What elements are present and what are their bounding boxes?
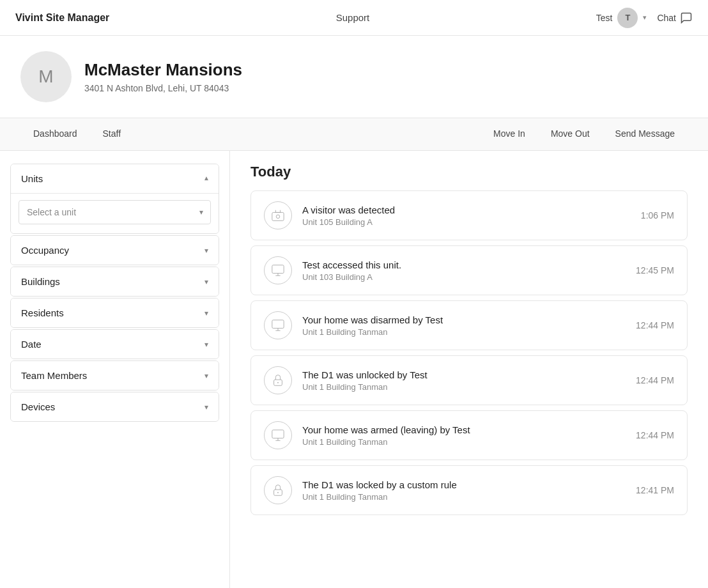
svg-point-1 xyxy=(276,215,280,219)
user-menu[interactable]: Test T ▾ xyxy=(596,8,647,28)
filter-header-date[interactable]: Date▾ xyxy=(11,330,219,359)
lock-icon xyxy=(264,476,292,504)
header: Vivint Site Manager Support Test T ▾ Cha… xyxy=(0,0,708,36)
user-name: Test xyxy=(596,13,613,23)
chevron-down-icon: ▾ xyxy=(204,403,208,412)
event-card: Your home was armed (leaving) by TestUni… xyxy=(250,410,688,460)
panel-icon xyxy=(264,311,292,339)
filter-header-residents[interactable]: Residents▾ xyxy=(11,298,219,327)
filter-label-team_members: Team Members xyxy=(21,370,87,381)
event-subtitle: Unit 1 Building Tanman xyxy=(302,327,626,337)
unit-select[interactable]: Select a unit xyxy=(19,200,211,224)
feed: Today A visitor was detectedUnit 105 Bui… xyxy=(230,151,708,588)
filter-section-occupancy: Occupancy▾ xyxy=(10,235,219,265)
event-body: Test accessed this unit.Unit 103 Buildin… xyxy=(302,259,626,282)
nav-staff[interactable]: Staff xyxy=(90,118,134,150)
svg-point-14 xyxy=(277,492,279,493)
filter-section-residents: Residents▾ xyxy=(10,298,219,328)
camera-icon xyxy=(264,201,292,229)
event-time: 12:41 PM xyxy=(636,485,674,495)
site-details: McMaster Mansions 3401 N Ashton Blvd, Le… xyxy=(84,60,242,94)
event-card: Your home was disarmed by TestUnit 1 Bui… xyxy=(250,300,688,350)
sidebar: Units▾Select a unit▾Occupancy▾Buildings▾… xyxy=(0,151,230,588)
event-body: Your home was disarmed by TestUnit 1 Bui… xyxy=(302,314,626,337)
chevron-up-icon: ▾ xyxy=(204,174,208,183)
filter-label-units: Units xyxy=(21,173,43,184)
events-list: A visitor was detectedUnit 105 Building … xyxy=(250,190,688,515)
event-subtitle: Unit 105 Building A xyxy=(302,217,631,227)
app-title: Vivint Site Manager xyxy=(15,12,109,24)
avatar: T xyxy=(617,8,638,28)
filter-header-units[interactable]: Units▾ xyxy=(11,164,219,193)
nav-left: Dashboard Staff xyxy=(20,118,134,150)
chevron-down-icon: ▾ xyxy=(204,371,208,380)
event-time: 12:44 PM xyxy=(636,430,674,440)
nav-bar: Dashboard Staff Move In Move Out Send Me… xyxy=(0,118,708,151)
filter-section-date: Date▾ xyxy=(10,329,219,359)
event-title: Your home was armed (leaving) by Test xyxy=(302,424,626,435)
feed-title: Today xyxy=(250,164,688,180)
filter-section-team_members: Team Members▾ xyxy=(10,360,219,391)
nav-dashboard[interactable]: Dashboard xyxy=(20,118,90,150)
chevron-down-icon: ▾ xyxy=(204,246,208,255)
header-right: Test T ▾ Chat xyxy=(596,8,693,28)
chevron-down-icon: ▾ xyxy=(643,13,647,22)
event-subtitle: Unit 1 Building Tanman xyxy=(302,437,626,447)
nav-move-in[interactable]: Move In xyxy=(481,118,538,150)
svg-rect-2 xyxy=(272,265,284,274)
nav-move-out[interactable]: Move Out xyxy=(538,118,603,150)
event-body: The D1 was unlocked by TestUnit 1 Buildi… xyxy=(302,369,626,392)
nav-send-message[interactable]: Send Message xyxy=(603,118,688,150)
event-subtitle: Unit 1 Building Tanman xyxy=(302,492,626,502)
filter-label-residents: Residents xyxy=(21,307,64,318)
event-body: Your home was armed (leaving) by TestUni… xyxy=(302,424,626,447)
event-card: The D1 was locked by a custom ruleUnit 1… xyxy=(250,465,688,515)
panel-icon xyxy=(264,421,292,449)
event-card: A visitor was detectedUnit 105 Building … xyxy=(250,190,688,240)
lock-icon xyxy=(264,366,292,394)
filter-label-devices: Devices xyxy=(21,401,55,412)
site-name: McMaster Mansions xyxy=(84,60,242,80)
filter-label-buildings: Buildings xyxy=(21,276,60,287)
event-subtitle: Unit 1 Building Tanman xyxy=(302,382,626,392)
panel-icon xyxy=(264,256,292,284)
event-time: 12:44 PM xyxy=(636,375,674,385)
event-time: 1:06 PM xyxy=(641,210,674,220)
filter-section-devices: Devices▾ xyxy=(10,392,219,422)
event-title: A visitor was detected xyxy=(302,205,631,215)
event-card: The D1 was unlocked by TestUnit 1 Buildi… xyxy=(250,355,688,405)
filter-section-buildings: Buildings▾ xyxy=(10,267,219,297)
chevron-down-icon: ▾ xyxy=(204,277,208,286)
event-title: The D1 was locked by a custom rule xyxy=(302,479,626,490)
event-time: 12:45 PM xyxy=(636,265,674,275)
filter-header-devices[interactable]: Devices▾ xyxy=(11,392,219,421)
chat-icon xyxy=(680,12,693,24)
support-link[interactable]: Support xyxy=(336,12,370,23)
event-title: Your home was disarmed by Test xyxy=(302,314,626,325)
svg-rect-10 xyxy=(272,430,284,438)
filter-body-units: Select a unit▾ xyxy=(11,193,219,233)
event-body: A visitor was detectedUnit 105 Building … xyxy=(302,205,631,227)
event-card: Test accessed this unit.Unit 103 Buildin… xyxy=(250,245,688,295)
event-body: The D1 was locked by a custom ruleUnit 1… xyxy=(302,479,626,502)
filter-label-date: Date xyxy=(21,339,42,350)
filter-label-occupancy: Occupancy xyxy=(21,245,69,256)
site-info: M McMaster Mansions 3401 N Ashton Blvd, … xyxy=(0,36,708,118)
unit-select-wrapper: Select a unit▾ xyxy=(19,200,211,224)
site-address: 3401 N Ashton Blvd, Lehi, UT 84043 xyxy=(84,83,229,93)
chat-button[interactable]: Chat xyxy=(657,12,693,24)
site-avatar: M xyxy=(20,51,72,102)
filter-header-buildings[interactable]: Buildings▾ xyxy=(11,267,219,296)
main-content: Units▾Select a unit▾Occupancy▾Buildings▾… xyxy=(0,151,708,588)
filter-section-units: Units▾Select a unit▾ xyxy=(10,164,219,234)
svg-rect-0 xyxy=(272,212,284,220)
filter-header-occupancy[interactable]: Occupancy▾ xyxy=(11,236,219,265)
filter-header-team_members[interactable]: Team Members▾ xyxy=(11,361,219,390)
svg-rect-5 xyxy=(272,320,284,329)
chat-label: Chat xyxy=(657,13,676,23)
event-subtitle: Unit 103 Building A xyxy=(302,272,626,282)
chevron-down-icon: ▾ xyxy=(204,340,208,349)
nav-right: Move In Move Out Send Message xyxy=(481,118,688,150)
svg-point-9 xyxy=(277,382,279,383)
chevron-down-icon: ▾ xyxy=(204,309,208,318)
